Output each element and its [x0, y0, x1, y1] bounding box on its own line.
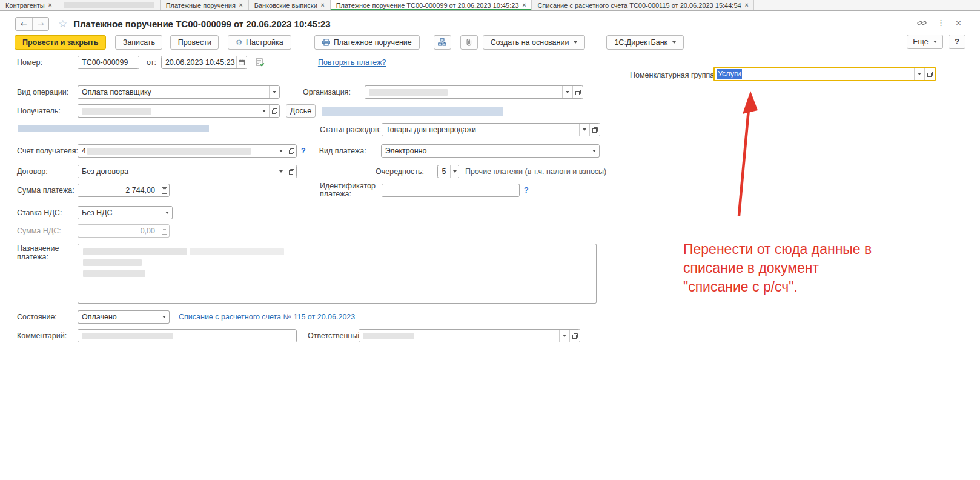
payment-kind-select[interactable]: Электронно — [381, 144, 600, 158]
open-value-icon[interactable] — [286, 145, 296, 157]
open-value-icon[interactable] — [286, 165, 296, 178]
expense-item-select[interactable]: Товары для перепродажи — [382, 123, 600, 136]
row-status: Состояние: Оплачено Списание с расчетног… — [17, 310, 355, 324]
more-button[interactable]: Еще — [907, 35, 943, 49]
repeat-payment-schedule-icon[interactable] — [256, 58, 265, 67]
window-close-icon[interactable]: × — [955, 18, 962, 27]
dropdown-icon[interactable] — [559, 330, 569, 342]
payee-select[interactable] — [78, 104, 280, 118]
dropdown-icon[interactable] — [579, 124, 589, 136]
nomenclature-group-label: Номенклатурная группа: — [630, 71, 717, 79]
payment-id-label-line1: Идентификатор — [320, 182, 376, 190]
organization-value — [365, 86, 562, 98]
forward-button[interactable]: → — [32, 18, 48, 30]
dropdown-icon[interactable] — [162, 207, 172, 219]
tab-platezhnoe-poruchenie-active[interactable]: Платежное поручение ТС00-000099 от 20.06… — [331, 0, 532, 10]
save-label: Записать — [123, 38, 155, 47]
dropdown-icon[interactable] — [276, 145, 286, 157]
print-payment-order-label: Платежное поручение — [334, 38, 412, 47]
vat-rate-label: Ставка НДС: — [17, 208, 78, 217]
nomenclature-group-label-wrap: Номенклатурная группа: — [630, 68, 717, 82]
vat-rate-value: Без НДС — [78, 207, 162, 219]
tab-close-icon[interactable]: × — [321, 2, 325, 8]
annotation-arrow — [727, 84, 763, 223]
open-value-icon[interactable] — [572, 86, 583, 98]
tab-redacted[interactable] — [58, 0, 161, 10]
nomenclature-group-input[interactable]: Услуги — [713, 67, 936, 81]
open-value-icon[interactable] — [569, 330, 580, 342]
help-label: ? — [955, 38, 959, 46]
payee-bank-info-redacted — [322, 107, 503, 116]
payment-id-input[interactable] — [382, 184, 520, 197]
get-link-icon[interactable] — [917, 19, 927, 27]
directbank-label: 1С:ДиректБанк — [614, 38, 667, 47]
tab-close-icon[interactable]: × — [239, 2, 243, 8]
comment-input[interactable] — [78, 329, 297, 342]
dropdown-icon[interactable] — [276, 165, 286, 178]
tab-close-icon[interactable]: × — [523, 2, 526, 8]
kebab-menu-icon[interactable]: ⋮ — [937, 18, 945, 27]
payment-id-help[interactable]: ? — [524, 186, 529, 195]
favorite-star-icon[interactable]: ☆ — [58, 18, 67, 30]
directbank-button[interactable]: 1С:ДиректБанк — [606, 35, 684, 50]
repeat-payment-link[interactable]: Повторять платеж? — [318, 58, 386, 67]
amount-input[interactable]: 2 744,00 — [78, 184, 170, 197]
open-value-icon[interactable] — [269, 105, 279, 117]
operation-type-select[interactable]: Оплата поставщику — [78, 85, 280, 99]
create-based-on-button[interactable]: Создать на основании — [483, 35, 586, 50]
back-button[interactable]: ← — [16, 18, 32, 30]
help-button[interactable]: ? — [949, 35, 965, 49]
post-and-close-button[interactable]: Провести и закрыть — [15, 35, 106, 50]
vat-amount-value: 0,00 — [78, 225, 159, 237]
calendar-icon[interactable] — [236, 56, 247, 68]
number-input[interactable]: ТС00-000099 — [78, 56, 139, 69]
payee-account-select[interactable]: 4 — [78, 144, 297, 158]
dossier-button[interactable]: Досье — [286, 104, 316, 118]
priority-select[interactable]: 5 — [437, 165, 459, 178]
payee-value — [78, 105, 259, 117]
calculator-icon[interactable] — [159, 184, 169, 196]
status-select[interactable]: Оплачено — [78, 310, 170, 324]
settings-label: Настройка — [246, 38, 283, 47]
dropdown-icon[interactable] — [259, 105, 269, 117]
purpose-label: Назначение платежа: — [17, 244, 59, 261]
contract-select[interactable]: Без договора — [78, 165, 297, 178]
tab-bar: Контрагенты × Платежные поручения × Банк… — [0, 0, 980, 11]
open-value-icon[interactable] — [589, 124, 600, 136]
related-documents-button[interactable] — [434, 35, 451, 50]
dropdown-icon[interactable] — [914, 68, 924, 80]
dropdown-icon[interactable] — [450, 165, 459, 178]
open-value-icon[interactable] — [924, 68, 935, 80]
post-button[interactable]: Провести — [170, 35, 219, 50]
chevron-down-icon — [574, 41, 577, 44]
tab-close-icon[interactable]: × — [745, 2, 749, 8]
payee-details-link-redacted[interactable] — [18, 125, 209, 132]
tab-close-icon[interactable]: × — [48, 2, 52, 8]
dropdown-icon[interactable] — [159, 311, 169, 323]
dropdown-icon[interactable] — [269, 86, 279, 98]
tab-platezhnye-porucheniya[interactable]: Платежные поручения × — [161, 0, 249, 10]
vat-rate-select[interactable]: Без НДС — [78, 206, 173, 219]
tab-kontragenty[interactable]: Контрагенты × — [0, 0, 58, 10]
purpose-textarea[interactable] — [78, 244, 597, 304]
priority-label: Очередность: — [376, 167, 437, 176]
contract-label: Договор: — [17, 167, 78, 176]
organization-label: Организация: — [303, 88, 365, 96]
post-label: Провести — [178, 38, 211, 47]
date-input[interactable]: 20.06.2023 10:45:23 — [161, 56, 247, 69]
dropdown-icon[interactable] — [562, 86, 572, 98]
tab-spisanie-s-rascheta[interactable]: Списание с расчетного счета ТС00-000115 … — [532, 0, 754, 10]
attachments-button[interactable] — [460, 35, 478, 50]
dropdown-icon[interactable] — [589, 145, 599, 157]
payee-account-help[interactable]: ? — [301, 147, 306, 155]
payment-kind-value: Электронно — [382, 145, 589, 157]
organization-select[interactable] — [365, 85, 583, 99]
expense-item-label: Статья расходов: — [320, 125, 382, 134]
tab-bankovskie-vypiski[interactable]: Банковские выписки × — [249, 0, 331, 10]
debit-document-link[interactable]: Списание с расчетного счета № 115 от 20.… — [179, 313, 355, 321]
settings-button[interactable]: ⚙ Настройка — [228, 35, 291, 50]
dossier-label: Досье — [290, 107, 311, 115]
print-payment-order-button[interactable]: Платежное поручение — [314, 35, 420, 50]
save-button[interactable]: Записать — [115, 35, 162, 50]
responsible-select[interactable] — [359, 329, 580, 342]
